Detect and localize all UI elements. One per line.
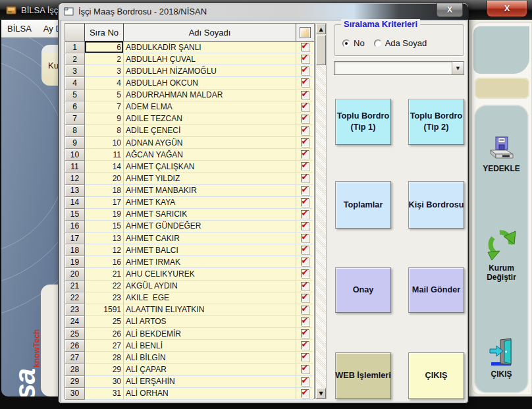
checkbox-cell[interactable]: ✔ <box>296 232 313 244</box>
scroll-up-button[interactable]: ▲ <box>316 24 326 34</box>
checkbox-cell[interactable]: ✔ <box>296 101 313 113</box>
row-number-cell[interactable]: 25 <box>65 328 85 340</box>
checkbox-cell[interactable]: ✔ <box>296 364 313 375</box>
name-cell[interactable]: AHMET CAKIR <box>124 232 296 244</box>
row-number-cell[interactable]: 20 <box>65 268 85 280</box>
name-cell[interactable]: AHMET KAYA <box>124 197 296 209</box>
row-checkbox[interactable]: ✔ <box>301 78 309 87</box>
sira-no-cell[interactable]: 10 <box>85 137 124 149</box>
row-checkbox[interactable]: ✔ <box>301 317 309 326</box>
checkbox-cell[interactable]: ✔ <box>296 41 313 53</box>
row-number-cell[interactable]: 6 <box>65 101 85 113</box>
name-cell[interactable]: ALİ ORHAN <box>124 388 296 400</box>
radio-no-label[interactable]: No <box>354 38 365 48</box>
sira-no-cell[interactable]: 16 <box>85 256 124 268</box>
checkbox-cell[interactable]: ✔ <box>296 77 313 89</box>
row-number-cell[interactable]: 22 <box>65 292 85 304</box>
row-number-cell[interactable]: 23 <box>65 304 85 316</box>
vertical-scrollbar[interactable]: ▲ ▼ <box>315 23 327 399</box>
dialog-titlebar[interactable]: İşçi Maaş Bordrosu - 2018/NİSAN X <box>59 3 468 20</box>
row-number-cell[interactable]: 1 <box>65 41 85 53</box>
yedekle-button[interactable]: YEDEKLE <box>483 132 520 173</box>
scrollbar-thumb[interactable] <box>316 35 326 65</box>
row-number-cell[interactable]: 8 <box>65 125 85 137</box>
sira-no-cell[interactable]: 18 <box>85 185 124 197</box>
name-cell[interactable]: ALİ ERŞAHİN <box>124 376 296 388</box>
checkbox-cell[interactable]: ✔ <box>296 388 313 400</box>
row-checkbox[interactable]: ✔ <box>301 282 309 290</box>
toplamlar-button[interactable]: Toplamlar <box>335 181 391 229</box>
row-number-cell[interactable]: 18 <box>65 244 85 256</box>
checkbox-cell[interactable]: ✔ <box>296 292 313 304</box>
name-cell[interactable]: AHMET SARICIK <box>124 209 296 221</box>
web-islemleri-button[interactable]: WEB İşlemleri <box>335 352 391 399</box>
name-cell[interactable]: ALİ ÇAPAR <box>124 364 296 375</box>
sira-no-cell[interactable]: 3 <box>85 65 124 77</box>
row-checkbox[interactable]: ✔ <box>301 222 309 231</box>
row-checkbox[interactable]: ✔ <box>301 306 309 314</box>
sira-no-cell[interactable]: 31 <box>85 388 124 400</box>
row-checkbox[interactable]: ✔ <box>301 269 309 278</box>
sira-no-cell[interactable]: 2 <box>85 53 124 65</box>
sira-no-cell[interactable]: 6 <box>85 41 124 53</box>
name-cell[interactable]: AHMET MANBAKIR <box>124 185 296 197</box>
checkbox-cell[interactable]: ✔ <box>296 256 313 268</box>
header-check-column[interactable] <box>296 24 313 41</box>
sira-no-cell[interactable]: 23 <box>85 292 124 304</box>
sira-no-cell[interactable]: 13 <box>85 232 124 244</box>
checkbox-cell[interactable]: ✔ <box>296 125 313 137</box>
name-cell[interactable]: ABDULKADİR ŞANLI <box>124 41 296 53</box>
name-cell[interactable]: AHMET YILDIZ <box>124 173 296 184</box>
name-cell[interactable]: AHMET ÇALIŞKAN <box>124 161 296 173</box>
row-checkbox[interactable]: ✔ <box>301 115 309 123</box>
row-number-cell[interactable]: 14 <box>65 197 85 209</box>
sira-no-cell[interactable]: 26 <box>85 328 124 340</box>
row-checkbox[interactable]: ✔ <box>301 91 309 99</box>
row-number-cell[interactable]: 3 <box>65 65 85 77</box>
sira-no-cell[interactable]: 29 <box>85 364 124 375</box>
scroll-down-button[interactable]: ▼ <box>316 388 326 398</box>
combobox-value[interactable] <box>334 62 452 74</box>
row-number-cell[interactable]: 29 <box>65 376 85 388</box>
checkbox-cell[interactable]: ✔ <box>296 90 313 101</box>
name-cell[interactable]: ALİ ARTOS <box>124 316 296 328</box>
name-cell[interactable]: ALİ BEKDEMİR <box>124 328 296 340</box>
sira-no-cell[interactable]: 20 <box>85 173 124 184</box>
kurum-degistir-button[interactable]: Kurum Değiştir <box>481 227 522 282</box>
name-cell[interactable]: AHMET BALCI <box>124 244 296 256</box>
sira-no-cell[interactable]: 7 <box>85 101 124 113</box>
name-cell[interactable]: AKGÜL AYDIN <box>124 281 296 292</box>
row-number-cell[interactable]: 10 <box>65 149 85 161</box>
sira-no-cell[interactable]: 22 <box>85 281 124 292</box>
name-cell[interactable]: ABDULLAH OKCUN <box>124 77 296 89</box>
row-checkbox[interactable]: ✔ <box>301 162 309 171</box>
name-cell[interactable]: AHU CELIKYUREK <box>124 268 296 280</box>
sira-no-cell[interactable]: 8 <box>85 125 124 137</box>
checkbox-cell[interactable]: ✔ <box>296 53 313 65</box>
row-number-cell[interactable]: 13 <box>65 185 85 197</box>
kisi-bordrosu-button[interactable]: Kişi Bordrosu <box>408 181 464 229</box>
name-cell[interactable]: ADİLE ÇENECİ <box>124 125 296 137</box>
row-checkbox[interactable]: ✔ <box>301 43 309 51</box>
sira-no-cell[interactable]: 4 <box>85 77 124 89</box>
name-cell[interactable]: ALİ BİLGİN <box>124 352 296 364</box>
combobox-dropdown-button[interactable]: ▼ <box>452 62 464 74</box>
row-number-cell[interactable]: 12 <box>65 173 85 184</box>
checkbox-cell[interactable]: ✔ <box>296 340 313 352</box>
menu-bilsa[interactable]: BİLSA <box>1 24 38 34</box>
sira-no-cell[interactable]: 12 <box>85 244 124 256</box>
row-number-cell[interactable]: 11 <box>65 161 85 173</box>
name-cell[interactable]: AHMET IRMAK <box>124 256 296 268</box>
sort-combobox[interactable]: ▼ <box>334 61 464 75</box>
row-number-cell[interactable]: 21 <box>65 281 85 292</box>
name-cell[interactable]: ABDULLAH NİZAMOĞLU <box>124 65 296 77</box>
row-number-cell[interactable]: 9 <box>65 137 85 149</box>
row-checkbox[interactable]: ✔ <box>301 103 309 111</box>
row-checkbox[interactable]: ✔ <box>301 210 309 219</box>
checkbox-cell[interactable]: ✔ <box>296 221 313 232</box>
name-cell[interactable]: ADEM ELMA <box>124 101 296 113</box>
checkbox-cell[interactable]: ✔ <box>296 352 313 364</box>
row-checkbox[interactable]: ✔ <box>301 365 309 373</box>
header-rownum[interactable] <box>65 24 85 41</box>
checkbox-cell[interactable]: ✔ <box>296 244 313 256</box>
